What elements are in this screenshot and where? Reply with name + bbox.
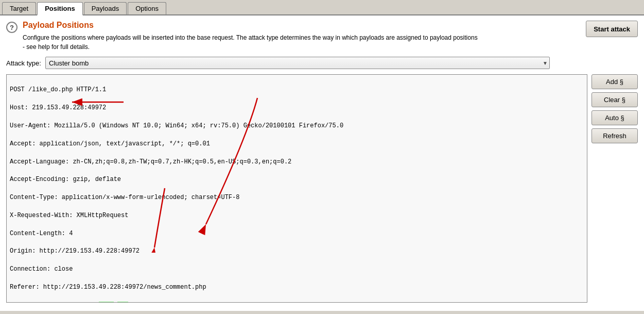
request-line-11: Connection: close xyxy=(10,266,73,273)
side-buttons: Add § Clear § Auto § Refresh xyxy=(591,74,638,303)
auto-button[interactable]: Auto § xyxy=(591,110,638,125)
tab-target[interactable]: Target xyxy=(2,2,36,14)
attack-type-row: Attack type: Sniper Battering ram Pitchf… xyxy=(6,57,638,69)
header-text: Payload Positions Configure the position… xyxy=(23,21,581,52)
attack-type-select[interactable]: Sniper Battering ram Pitchfork Cluster b… xyxy=(45,57,550,69)
page-title: Payload Positions xyxy=(23,21,581,30)
request-line-13: X-Forwarded-for:219.153.§43§.§1§ xyxy=(10,302,128,303)
request-line-5: Accept-Language: zh-CN,zh;q=0.8,zh-TW;q=… xyxy=(10,158,291,166)
tab-options[interactable]: Options xyxy=(128,2,166,14)
request-line-9: Content-Length: 4 xyxy=(10,230,73,237)
payload-marker-1: §43§ xyxy=(99,302,114,303)
add-button[interactable]: Add § xyxy=(591,74,638,89)
request-line-4: Accept: application/json, text/javascrip… xyxy=(10,140,210,147)
main-content: ? Payload Positions Configure the positi… xyxy=(0,15,644,311)
tab-bar: Target Positions Payloads Options xyxy=(0,0,644,15)
header-description: Configure the positions where payloads w… xyxy=(23,33,581,52)
attack-type-label: Attack type: xyxy=(6,59,41,67)
request-line-1: POST /like_do.php HTTP/1.1 xyxy=(10,86,106,93)
request-line-10: Origin: http://219.153.49.228:49972 xyxy=(10,247,140,255)
tab-positions[interactable]: Positions xyxy=(37,2,83,15)
request-editor[interactable]: POST /like_do.php HTTP/1.1 Host: 219.153… xyxy=(6,74,587,303)
request-line-3: User-Agent: Mozilla/5.0 (Windows NT 10.0… xyxy=(10,122,343,129)
start-attack-button[interactable]: Start attack xyxy=(586,21,638,37)
payload-marker-2: §1§ xyxy=(117,302,129,303)
header-row: ? Payload Positions Configure the positi… xyxy=(6,21,638,52)
request-line-7: Content-Type: application/x-www-form-url… xyxy=(10,194,239,201)
tab-payloads[interactable]: Payloads xyxy=(84,2,127,14)
editor-row: POST /like_do.php HTTP/1.1 Host: 219.153… xyxy=(6,74,638,303)
request-line-8: X-Requested-With: XMLHttpRequest xyxy=(10,212,128,219)
clear-button[interactable]: Clear § xyxy=(591,92,638,107)
request-line-6: Accept-Encoding: gzip, deflate xyxy=(10,176,121,183)
help-icon[interactable]: ? xyxy=(6,22,18,33)
request-line-2: Host: 219.153.49.228:49972 xyxy=(10,104,106,111)
request-line-12: Referer: http://219.153.49.228:49972/new… xyxy=(10,284,206,291)
refresh-button[interactable]: Refresh xyxy=(591,128,638,143)
attack-type-select-wrapper: Sniper Battering ram Pitchfork Cluster b… xyxy=(45,57,550,69)
